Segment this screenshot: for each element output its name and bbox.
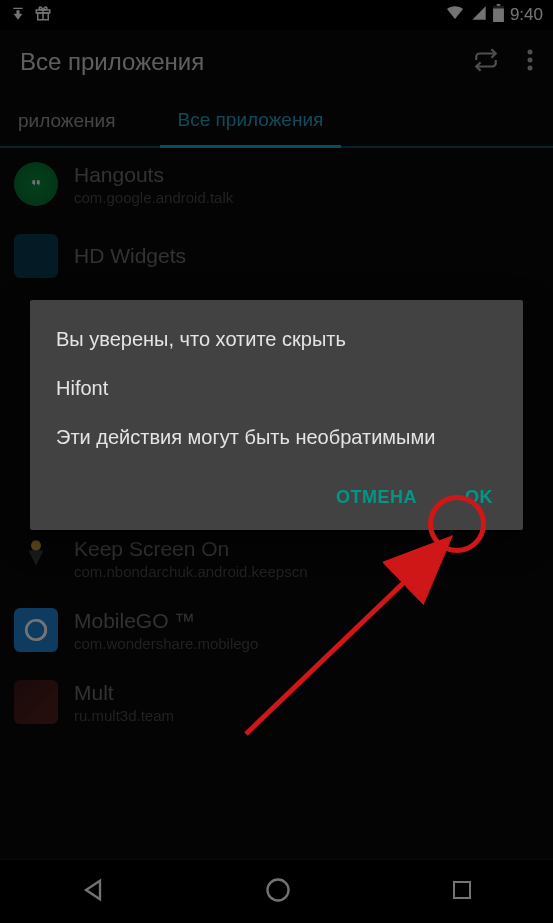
- dialog-line-2: Hifont: [56, 375, 497, 402]
- dialog-line-1: Вы уверены, что хотите скрыть: [56, 326, 497, 353]
- cancel-button[interactable]: ОТМЕНА: [332, 479, 421, 516]
- confirm-dialog: Вы уверены, что хотите скрыть Hifont Эти…: [30, 300, 523, 530]
- ok-button[interactable]: OK: [461, 479, 497, 516]
- dialog-line-3: Эти действия могут быть необратимыми: [56, 424, 497, 451]
